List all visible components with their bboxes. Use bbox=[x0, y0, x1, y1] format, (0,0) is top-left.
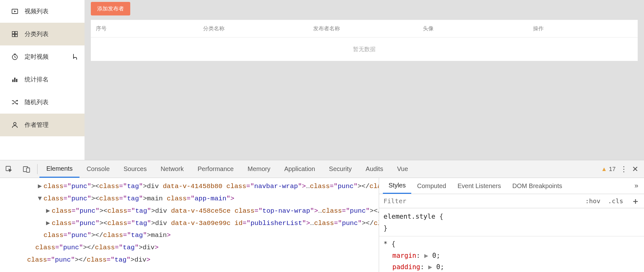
styles-panel-tabs: Styles Computed Event Listeners DOM Brea… bbox=[379, 178, 644, 194]
stab-event-listeners[interactable]: Event Listeners bbox=[452, 178, 507, 194]
warnings-indicator[interactable]: ▲ 17 bbox=[601, 166, 616, 173]
col-publisher: 发布者名称 bbox=[308, 25, 418, 32]
devtools-tabs: Elements Console Sources Network Perform… bbox=[39, 160, 601, 178]
tab-sources[interactable]: Sources bbox=[117, 160, 154, 178]
col-index: 序号 bbox=[91, 25, 198, 32]
devtools-panel: Elements Console Sources Network Perform… bbox=[0, 160, 644, 272]
tab-audits[interactable]: Audits bbox=[359, 160, 390, 178]
tab-vue[interactable]: Vue bbox=[390, 160, 415, 178]
stab-styles[interactable]: Styles bbox=[383, 178, 411, 194]
sidebar-item-category-list[interactable]: 分类列表 bbox=[0, 23, 85, 45]
sidebar-item-label: 作者管理 bbox=[25, 121, 49, 129]
col-actions: 操作 bbox=[528, 25, 638, 32]
svg-rect-8 bbox=[16, 79, 17, 82]
svg-rect-4 bbox=[15, 34, 17, 37]
inspect-element-button[interactable] bbox=[0, 160, 18, 178]
stab-computed[interactable]: Computed bbox=[411, 178, 452, 194]
clock-icon bbox=[11, 53, 19, 61]
devtools-toolbar-right: ▲ 17 ⋮ ✕ bbox=[601, 165, 644, 174]
tab-memory[interactable]: Memory bbox=[241, 160, 277, 178]
bar-chart-icon bbox=[11, 75, 19, 84]
sidebar-item-video-list[interactable]: 视频列表 bbox=[0, 0, 85, 23]
tab-elements[interactable]: Elements bbox=[39, 160, 79, 178]
sidebar-item-label: 分类列表 bbox=[25, 30, 49, 38]
svg-rect-2 bbox=[15, 32, 17, 34]
cls-toggle[interactable]: .cls bbox=[604, 197, 627, 205]
table-header: 序号 分类名称 发布者名称 头像 操作 bbox=[91, 20, 638, 38]
tab-network[interactable]: Network bbox=[154, 160, 190, 178]
device-toggle-button[interactable] bbox=[18, 160, 35, 178]
col-avatar: 头像 bbox=[418, 25, 528, 32]
sidebar-item-author-manage[interactable]: 作者管理 bbox=[0, 114, 85, 136]
sidebar-item-scheduled-video[interactable]: 定时视频 bbox=[0, 45, 85, 68]
styles-filter-bar: :hov .cls ＋ bbox=[379, 194, 644, 208]
svg-point-9 bbox=[14, 122, 16, 125]
shuffle-icon bbox=[11, 98, 19, 106]
sidebar-item-label: 随机列表 bbox=[25, 98, 49, 106]
sidebar-item-stats-ranking[interactable]: 统计排名 bbox=[0, 68, 85, 91]
devtools-menu-button[interactable]: ⋮ bbox=[620, 165, 628, 174]
tab-security[interactable]: Security bbox=[322, 160, 359, 178]
stab-more-icon[interactable]: » bbox=[635, 182, 640, 190]
sidebar-item-label: 定时视频 bbox=[25, 53, 49, 61]
svg-rect-3 bbox=[12, 34, 15, 37]
tab-console[interactable]: Console bbox=[79, 160, 116, 178]
devtools-toolbar: Elements Console Sources Network Perform… bbox=[0, 160, 644, 178]
stab-dom-breakpoints[interactable]: DOM Breakpoints bbox=[507, 178, 568, 194]
play-box-icon bbox=[11, 7, 19, 15]
devtools-body: ▶class="punc"><class="tag">div data-v-41… bbox=[0, 178, 644, 272]
table-empty-text: 暂无数据 bbox=[91, 38, 638, 61]
styles-filter-input[interactable] bbox=[379, 194, 582, 208]
svg-rect-1 bbox=[12, 32, 15, 34]
sidebar-item-random-list[interactable]: 随机列表 bbox=[0, 91, 85, 114]
elements-dom-tree[interactable]: ▶class="punc"><class="tag">div data-v-41… bbox=[0, 178, 379, 272]
tab-performance[interactable]: Performance bbox=[191, 160, 241, 178]
new-style-rule-button[interactable]: ＋ bbox=[627, 196, 644, 207]
warning-triangle-icon: ▲ bbox=[601, 166, 607, 173]
styles-panel: Styles Computed Event Listeners DOM Brea… bbox=[379, 178, 644, 272]
devtools-close-button[interactable]: ✕ bbox=[632, 165, 638, 174]
sidebar-item-label: 统计排名 bbox=[25, 75, 49, 84]
person-icon bbox=[11, 121, 19, 129]
app-window: 视频列表 分类列表 定时视频 统计排名 随机列表 bbox=[0, 0, 644, 160]
toolbar-separator bbox=[37, 164, 38, 174]
col-category: 分类名称 bbox=[198, 25, 308, 32]
tab-application[interactable]: Application bbox=[277, 160, 322, 178]
svg-rect-12 bbox=[26, 168, 30, 172]
hov-toggle[interactable]: :hov bbox=[582, 197, 604, 205]
sidebar-item-label: 视频列表 bbox=[25, 7, 49, 15]
svg-rect-6 bbox=[12, 80, 14, 82]
main-content: 添加发布者 序号 分类名称 发布者名称 头像 操作 暂无数据 bbox=[85, 0, 644, 160]
css-rules[interactable]: element.style {}* {margin: ▶ 0;padding: … bbox=[379, 208, 644, 272]
add-publisher-button[interactable]: 添加发布者 bbox=[91, 2, 130, 15]
grid-icon bbox=[11, 30, 19, 38]
warning-count: 17 bbox=[609, 166, 616, 173]
sidebar: 视频列表 分类列表 定时视频 统计排名 随机列表 bbox=[0, 0, 85, 160]
svg-rect-7 bbox=[14, 78, 15, 82]
